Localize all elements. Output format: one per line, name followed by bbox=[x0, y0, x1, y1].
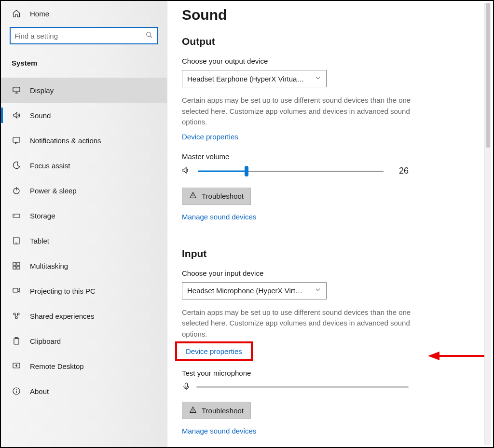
test-mic-label: Test your microphone bbox=[182, 369, 479, 377]
search-icon bbox=[146, 31, 153, 41]
master-volume-label: Master volume bbox=[182, 152, 479, 161]
scrollbar[interactable] bbox=[484, 3, 491, 445]
output-heading: Output bbox=[182, 36, 479, 47]
troubleshoot-label: Troubleshoot bbox=[202, 407, 244, 415]
sidebar-item-label: Projecting to this PC bbox=[30, 287, 96, 295]
scrollbar-thumb[interactable] bbox=[486, 3, 490, 148]
input-heading: Input bbox=[182, 248, 479, 259]
sidebar-item-project[interactable]: Projecting to this PC bbox=[1, 278, 167, 303]
chevron-down-icon bbox=[315, 286, 321, 295]
sidebar-item-label: Display bbox=[30, 86, 54, 95]
speaker-icon[interactable] bbox=[182, 166, 191, 176]
input-device-value: Headset Microphone (HyperX Virt… bbox=[187, 286, 302, 295]
power-icon bbox=[12, 186, 21, 195]
project-icon bbox=[12, 286, 21, 296]
sidebar-item-clipboard[interactable]: Clipboard bbox=[1, 328, 167, 353]
sidebar-item-label: Tablet bbox=[30, 237, 49, 245]
sidebar-item-label: About bbox=[30, 387, 49, 395]
page-title: Sound bbox=[182, 7, 479, 23]
sidebar-item-notifications[interactable]: Notifications & actions bbox=[1, 128, 167, 153]
info-icon bbox=[12, 386, 21, 396]
monitor-icon bbox=[12, 85, 21, 95]
sidebar-item-label: Focus assist bbox=[30, 162, 70, 170]
message-icon bbox=[12, 136, 21, 145]
sidebar-item-display[interactable]: Display bbox=[1, 78, 167, 103]
settings-sidebar: Home System DisplaySoundNotifications & … bbox=[1, 1, 167, 447]
sidebar-item-label: Sound bbox=[30, 111, 51, 120]
sidebar-item-about[interactable]: About bbox=[1, 379, 167, 404]
sidebar-item-label: Remote Desktop bbox=[30, 362, 84, 370]
input-troubleshoot-button[interactable]: Troubleshoot bbox=[182, 402, 251, 419]
sidebar-item-label: Shared experiences bbox=[30, 312, 94, 320]
master-volume-slider[interactable] bbox=[198, 165, 384, 177]
chevron-down-icon bbox=[315, 75, 321, 83]
microphone-level-bar bbox=[196, 386, 409, 388]
warning-icon bbox=[189, 191, 197, 201]
master-volume-value: 26 bbox=[391, 166, 409, 176]
sidebar-item-sound[interactable]: Sound bbox=[1, 103, 167, 128]
sidebar-item-label: Multitasking bbox=[30, 262, 68, 270]
output-device-value: Headset Earphone (HyperX Virtua… bbox=[187, 75, 304, 83]
sidebar-item-label: Storage bbox=[30, 212, 55, 220]
sidebar-item-focus[interactable]: Focus assist bbox=[1, 153, 167, 178]
drive-icon bbox=[12, 211, 21, 220]
output-troubleshoot-button[interactable]: Troubleshoot bbox=[182, 188, 251, 205]
annotation-highlight-box bbox=[175, 341, 253, 361]
input-helper-text: Certain apps may be set up to use differ… bbox=[182, 307, 413, 340]
sidebar-item-tablet[interactable]: Tablet bbox=[1, 228, 167, 253]
troubleshoot-label: Troubleshoot bbox=[202, 192, 244, 200]
section-label: System bbox=[1, 50, 167, 78]
sidebar-item-storage[interactable]: Storage bbox=[1, 203, 167, 228]
sidebar-item-remote[interactable]: Remote Desktop bbox=[1, 353, 167, 379]
sidebar-item-power[interactable]: Power & sleep bbox=[1, 178, 167, 203]
speaker-icon bbox=[12, 110, 21, 120]
input-manage-devices-link[interactable]: Manage sound devices bbox=[182, 427, 256, 435]
svg-marker-31 bbox=[428, 352, 439, 360]
warning-icon bbox=[189, 406, 197, 415]
remote-icon bbox=[12, 361, 21, 371]
multitask-icon bbox=[12, 261, 21, 271]
sidebar-item-label: Notifications & actions bbox=[30, 136, 101, 145]
shared-icon bbox=[12, 311, 21, 321]
sidebar-item-multitask[interactable]: Multitasking bbox=[1, 253, 167, 278]
home-link[interactable]: Home bbox=[1, 4, 167, 23]
annotation-arrow bbox=[428, 350, 491, 363]
sidebar-item-shared[interactable]: Shared experiences bbox=[1, 303, 167, 328]
search-input[interactable] bbox=[14, 32, 146, 40]
microphone-icon bbox=[182, 382, 191, 392]
input-device-dropdown[interactable]: Headset Microphone (HyperX Virt… bbox=[182, 282, 327, 299]
input-choose-label: Choose your input device bbox=[182, 269, 479, 277]
tablet-icon bbox=[12, 236, 21, 245]
main-content: Sound Output Choose your output device H… bbox=[167, 1, 493, 447]
output-manage-devices-link[interactable]: Manage sound devices bbox=[182, 213, 256, 221]
moon-icon bbox=[12, 161, 21, 170]
search-box[interactable] bbox=[10, 27, 158, 44]
sidebar-item-label: Power & sleep bbox=[30, 187, 77, 195]
home-label: Home bbox=[30, 10, 49, 18]
output-device-dropdown[interactable]: Headset Earphone (HyperX Virtua… bbox=[182, 70, 327, 87]
sidebar-item-label: Clipboard bbox=[30, 337, 61, 345]
output-choose-label: Choose your output device bbox=[182, 57, 479, 65]
clipboard-icon bbox=[12, 336, 21, 346]
output-device-properties-link[interactable]: Device properties bbox=[182, 133, 238, 141]
home-icon bbox=[12, 9, 21, 18]
output-helper-text: Certain apps may be set up to use differ… bbox=[182, 95, 413, 128]
